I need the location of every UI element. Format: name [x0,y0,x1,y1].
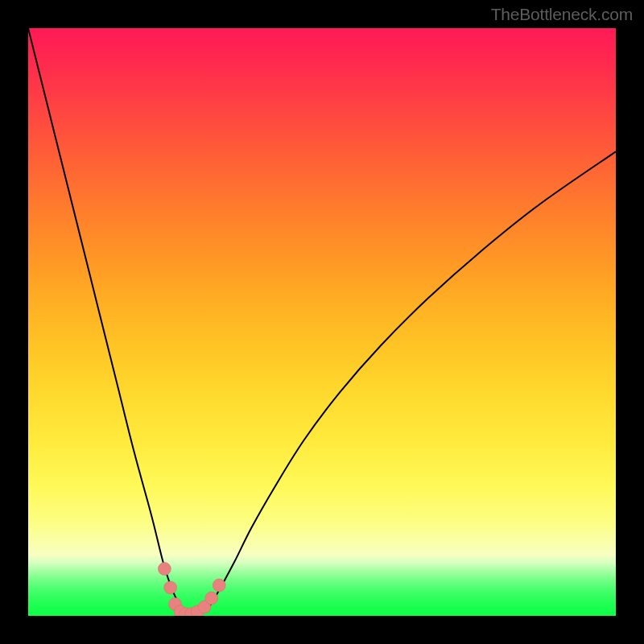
chart-plot-area [28,28,616,616]
curve-marker [213,579,225,592]
bottleneck-curve [28,28,616,615]
curve-markers [158,563,225,616]
attribution-text: TheBottleneck.com [491,5,633,24]
curve-marker [158,563,171,576]
chart-svg [28,28,616,616]
curve-marker [164,581,177,594]
curve-marker [205,592,218,605]
